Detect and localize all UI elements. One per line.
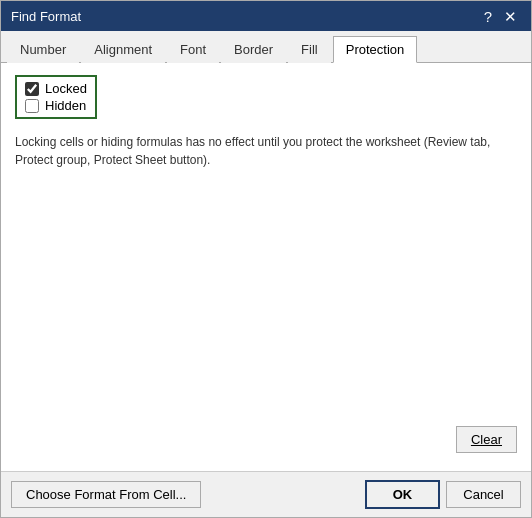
hidden-checkbox-item[interactable]: Hidden <box>25 98 87 113</box>
close-button[interactable]: ✕ <box>500 9 521 24</box>
protection-description: Locking cells or hiding formulas has no … <box>15 133 517 169</box>
cancel-button[interactable]: Cancel <box>446 481 521 508</box>
dialog-title: Find Format <box>11 9 81 24</box>
help-button[interactable]: ? <box>480 9 496 24</box>
tab-border[interactable]: Border <box>221 36 286 63</box>
tab-protection[interactable]: Protection <box>333 36 418 63</box>
tab-number[interactable]: Number <box>7 36 79 63</box>
find-format-dialog: Find Format ? ✕ Number Alignment Font Bo… <box>0 0 532 518</box>
hidden-label: Hidden <box>45 98 86 113</box>
bottom-bar: Choose Format From Cell... OK Cancel <box>1 471 531 517</box>
hidden-checkbox[interactable] <box>25 99 39 113</box>
title-controls: ? ✕ <box>480 9 521 24</box>
clear-button[interactable]: Clear <box>456 426 517 453</box>
locked-label: Locked <box>45 81 87 96</box>
ok-button[interactable]: OK <box>365 480 440 509</box>
tab-alignment[interactable]: Alignment <box>81 36 165 63</box>
tab-fill[interactable]: Fill <box>288 36 331 63</box>
title-bar: Find Format ? ✕ <box>1 1 531 31</box>
choose-format-button[interactable]: Choose Format From Cell... <box>11 481 201 508</box>
bottom-left-actions: Choose Format From Cell... <box>11 481 201 508</box>
tab-font[interactable]: Font <box>167 36 219 63</box>
bottom-right-actions: OK Cancel <box>365 480 521 509</box>
protection-checkboxes: Locked Hidden <box>15 75 97 119</box>
tab-bar: Number Alignment Font Border Fill Protec… <box>1 31 531 63</box>
locked-checkbox[interactable] <box>25 82 39 96</box>
locked-checkbox-item[interactable]: Locked <box>25 81 87 96</box>
content-area: Locked Hidden Locking cells or hiding fo… <box>1 63 531 471</box>
